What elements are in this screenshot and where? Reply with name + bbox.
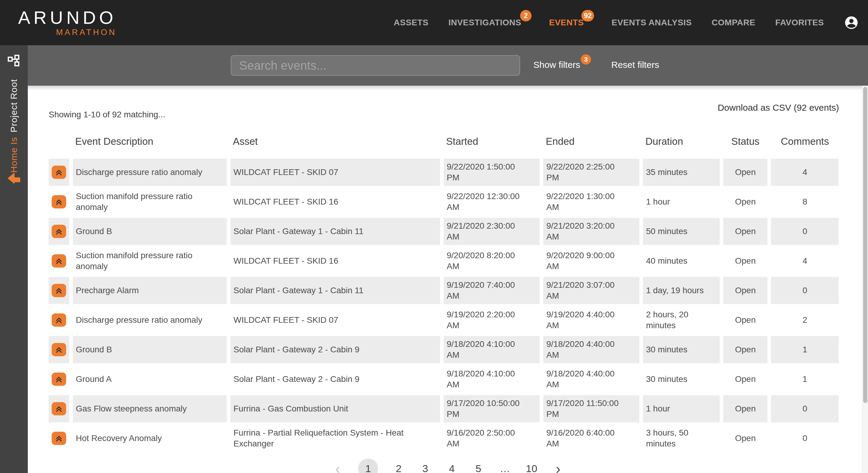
search-input[interactable] [231, 55, 520, 76]
primary-nav: ASSETS INVESTIGATIONS 2 EVENTS 92 EVENTS… [394, 18, 824, 28]
nav-favorites[interactable]: FAVORITES [775, 18, 824, 28]
event-description-cell: Ground B [73, 336, 227, 363]
nav-events-analysis[interactable]: EVENTS ANALYSIS [612, 18, 692, 28]
started-cell: 9/22/2020 12:30:00 AM [444, 188, 540, 215]
scrollbar-thumb[interactable] [863, 87, 867, 403]
column-header-comments[interactable]: Comments [771, 136, 839, 156]
download-csv-link[interactable]: Download as CSV (92 events) [718, 103, 839, 113]
double-chevron-up-icon [54, 345, 63, 354]
event-description-cell: Hot Recovery Anomaly [73, 425, 227, 452]
column-header-asset[interactable]: Asset [230, 136, 440, 156]
double-chevron-up-icon [54, 404, 63, 413]
sidebar-project-root-label[interactable]: Project Root [9, 79, 19, 132]
account-icon[interactable] [844, 15, 859, 30]
brand-subtitle: MARATHON [56, 28, 117, 37]
status-cell: Open [723, 247, 768, 274]
ended-cell: 9/20/2020 9:00:00 AM [543, 247, 639, 274]
comments-cell: 0 [771, 218, 839, 245]
event-description-cell: Discharge pressure ratio anomaly [73, 159, 227, 186]
asset-cell: WILDCAT FLEET - SKID 16 [230, 247, 440, 274]
comments-cell: 0 [771, 425, 839, 452]
event-description-cell: Ground B [73, 218, 227, 245]
comments-cell: 0 [771, 277, 839, 304]
reset-filters-button[interactable]: Reset filters [611, 60, 659, 70]
ended-cell: 9/21/2020 3:20:00 AM [543, 218, 639, 245]
expand-row-button[interactable] [52, 195, 66, 208]
asset-cell: Solar Plant - Gateway 2 - Cabin 9 [230, 336, 440, 363]
column-header-duration[interactable]: Duration [643, 136, 720, 156]
duration-cell: 35 minutes [643, 159, 720, 186]
home-arrow-icon[interactable] [7, 171, 21, 186]
expand-row-button[interactable] [52, 254, 66, 268]
event-description-cell: Suction manifold pressure ratio anomaly [73, 188, 227, 215]
status-cell: Open [723, 366, 768, 393]
duration-cell: 50 minutes [643, 218, 720, 245]
ended-cell: 9/19/2020 4:40:00 AM [543, 306, 639, 334]
nav-label: FAVORITES [775, 18, 824, 27]
brand-logo[interactable]: ARUNDO MARATHON [18, 8, 117, 37]
comments-cell: 2 [771, 306, 839, 334]
ended-cell: 9/21/2020 3:07:00 AM [543, 277, 639, 304]
nav-investigations[interactable]: INVESTIGATIONS 2 [448, 18, 521, 28]
nav-assets[interactable]: ASSETS [394, 18, 429, 28]
status-cell: Open [723, 336, 768, 363]
column-header-ended[interactable]: Ended [543, 136, 639, 156]
pagination-page-3[interactable]: 3 [419, 459, 431, 473]
double-chevron-up-icon [54, 434, 63, 443]
expand-row-button[interactable] [52, 284, 66, 297]
started-cell: 9/20/2020 8:20:00 AM [444, 247, 540, 274]
pagination-page-1[interactable]: 1 [358, 459, 378, 473]
table-row-expand-cell [49, 159, 69, 186]
pagination-page-5[interactable]: 5 [472, 459, 485, 473]
status-cell: Open [723, 277, 768, 304]
pagination-ellipsis: … [499, 459, 511, 473]
double-chevron-up-icon [54, 227, 63, 236]
pagination-page-2[interactable]: 2 [393, 459, 405, 473]
nav-compare[interactable]: COMPARE [712, 18, 755, 28]
expand-row-button[interactable] [52, 313, 66, 327]
asset-cell: WILDCAT FLEET - SKID 07 [230, 306, 440, 334]
duration-cell: 1 hour [643, 188, 720, 215]
asset-cell: Solar Plant - Gateway 1 - Cabin 11 [230, 218, 440, 245]
table-row-expand-cell [49, 336, 69, 363]
table-row-expand-cell [49, 425, 69, 452]
ended-cell: 9/16/2020 6:40:00 AM [543, 425, 639, 452]
status-cell: Open [723, 425, 768, 452]
nav-events[interactable]: EVENTS 92 [549, 18, 584, 28]
column-header-started[interactable]: Started [444, 136, 540, 156]
expand-row-button[interactable] [52, 166, 66, 179]
double-chevron-up-icon [54, 168, 63, 177]
event-description-cell: Ground A [73, 366, 227, 393]
nav-label: EVENTS ANALYSIS [612, 18, 692, 27]
duration-cell: 3 hours, 50 minutes [643, 425, 720, 452]
vertical-scrollbar[interactable] [862, 86, 868, 473]
sitemap-icon[interactable] [7, 54, 21, 67]
started-cell: 9/21/2020 2:30:00 AM [444, 218, 540, 245]
pagination-page-4[interactable]: 4 [446, 459, 458, 473]
brand-name: ARUNDO [18, 8, 117, 27]
comments-cell: 1 [771, 336, 839, 363]
show-filters-button[interactable]: Show filters 3 [533, 60, 580, 70]
expand-row-button[interactable] [52, 432, 66, 445]
pagination-prev-button[interactable]: ‹ [332, 459, 344, 473]
table-row-expand-cell [49, 247, 69, 274]
expand-row-button[interactable] [52, 373, 66, 386]
ended-cell: 9/17/2020 11:50:00 PM [543, 395, 639, 422]
double-chevron-up-icon [54, 257, 63, 266]
pagination-next-button[interactable]: › [552, 459, 564, 473]
pagination-page-10[interactable]: 10 [526, 459, 537, 473]
column-header-status[interactable]: Status [723, 136, 768, 156]
expand-row-button[interactable] [52, 343, 66, 356]
expand-row-button[interactable] [52, 225, 66, 238]
duration-cell: 40 minutes [643, 247, 720, 274]
sidebar-home-label[interactable]: Home Is [9, 137, 19, 173]
filter-bar: Show filters 3 Reset filters [28, 45, 868, 86]
nav-label: EVENTS [549, 18, 584, 27]
pagination: ‹12345…10› [332, 459, 564, 473]
expand-row-button[interactable] [52, 402, 66, 415]
table-row-expand-cell [49, 218, 69, 245]
comments-cell: 4 [771, 159, 839, 186]
column-header-description[interactable]: Event Description [73, 136, 227, 156]
event-description-cell: Gas Flow steepness anomaly [73, 395, 227, 422]
started-cell: 9/16/2020 2:50:00 AM [444, 425, 540, 452]
